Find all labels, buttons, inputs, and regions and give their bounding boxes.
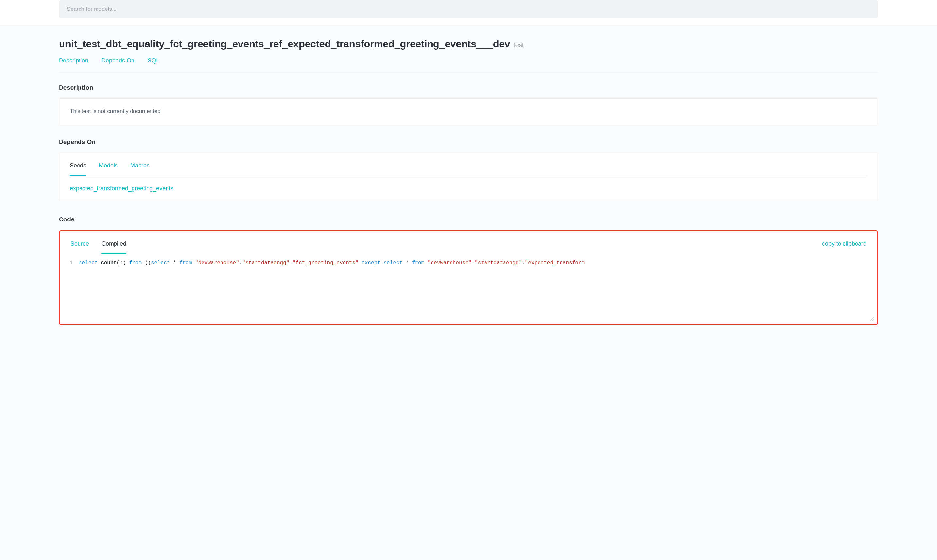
sql-dot: . — [471, 260, 475, 266]
description-card: This test is not currently documented — [59, 98, 878, 124]
code-tabs: Source Compiled copy to clipboard — [70, 240, 867, 254]
resource-type-tag: test — [513, 42, 524, 49]
sql-keyword: select — [151, 260, 170, 266]
title-row: unit_test_dbt_equality_fct_greeting_even… — [59, 38, 878, 50]
search-input[interactable] — [59, 0, 878, 18]
search-bar-container — [0, 0, 937, 25]
anchor-nav: Description Depends On SQL — [59, 57, 878, 72]
code-card: Source Compiled copy to clipboard 1 sele… — [59, 230, 878, 325]
nav-link-sql[interactable]: SQL — [148, 57, 159, 64]
tab-compiled[interactable]: Compiled — [102, 240, 126, 254]
seed-link[interactable]: expected_transformed_greeting_events — [70, 185, 867, 192]
copy-to-clipboard[interactable]: copy to clipboard — [822, 240, 867, 247]
description-text: This test is not currently documented — [70, 108, 867, 114]
page-title: unit_test_dbt_equality_fct_greeting_even… — [59, 38, 510, 50]
sql-punct: (( — [145, 260, 151, 266]
sql-dot: . — [522, 260, 525, 266]
sql-string: "fct_greeting_events" — [292, 260, 358, 266]
svg-line-2 — [874, 320, 874, 321]
page-body: unit_test_dbt_equality_fct_greeting_even… — [0, 25, 937, 384]
code-heading: Code — [59, 216, 878, 223]
description-heading: Description — [59, 84, 878, 91]
line-number: 1 — [60, 260, 79, 266]
sql-dot: . — [239, 260, 242, 266]
resize-handle-icon[interactable] — [869, 316, 874, 322]
nav-link-depends-on[interactable]: Depends On — [102, 57, 134, 64]
tab-source[interactable]: Source — [70, 240, 89, 254]
depends-on-tabs: Seeds Models Macros — [70, 162, 867, 176]
sql-keyword: from — [179, 260, 192, 266]
depends-on-card: Seeds Models Macros expected_transformed… — [59, 153, 878, 202]
tab-macros[interactable]: Macros — [130, 162, 149, 176]
sql-punct: (*) — [117, 260, 126, 266]
sql-star: * — [173, 260, 176, 266]
code-area[interactable]: 1 select count(*) from ((select * from "… — [60, 254, 877, 272]
sql-string: "devWarehouse" — [428, 260, 471, 266]
sql-keyword: from — [129, 260, 142, 266]
sql-dot: . — [289, 260, 292, 266]
depends-on-heading: Depends On — [59, 138, 878, 146]
sql-string: "startdataengg" — [242, 260, 289, 266]
code-line-1: select count(*) from ((select * from "de… — [79, 260, 877, 266]
sql-function: count — [101, 260, 117, 266]
sql-string: "startdataengg" — [475, 260, 522, 266]
svg-line-0 — [870, 317, 874, 321]
sql-string: "devWarehouse" — [195, 260, 239, 266]
sql-string: "expected_transform — [525, 260, 585, 266]
tab-seeds[interactable]: Seeds — [70, 162, 86, 176]
nav-link-description[interactable]: Description — [59, 57, 88, 64]
sql-keyword: select — [383, 260, 402, 266]
sql-keyword: except — [362, 260, 380, 266]
sql-star: * — [406, 260, 409, 266]
code-section: Code Source Compiled copy to clipboard 1… — [59, 216, 878, 325]
sql-keyword: select — [79, 260, 98, 266]
tab-models[interactable]: Models — [99, 162, 118, 176]
sql-keyword: from — [412, 260, 424, 266]
